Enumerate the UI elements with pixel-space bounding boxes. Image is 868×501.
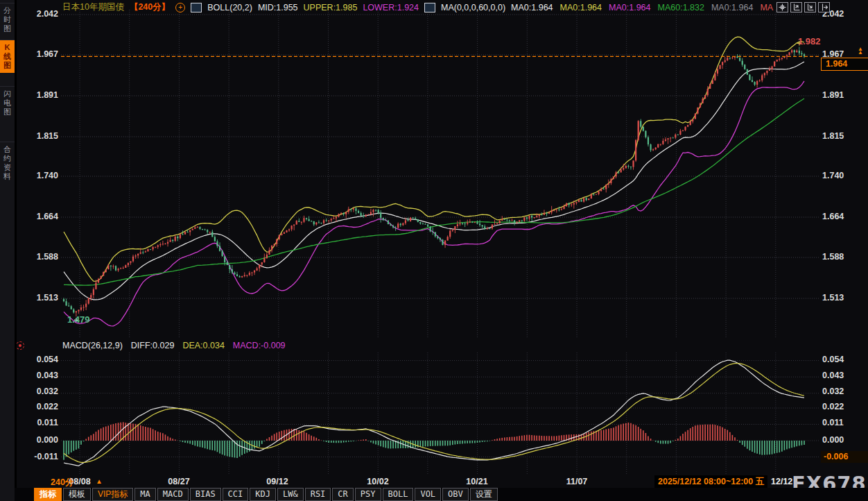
lw-button[interactable]: LW& bbox=[277, 488, 304, 501]
candlestick-chart[interactable] bbox=[61, 0, 819, 340]
macd-axis-label: 0.032 bbox=[18, 387, 58, 397]
boll-button[interactable]: BOLL bbox=[383, 488, 414, 501]
boll-upper-value: UPPER:1.985 bbox=[304, 3, 358, 12]
price-axis-label: 2.042 bbox=[18, 9, 58, 19]
sidebar: 分时图K线图闪电图合约资料 bbox=[0, 0, 17, 501]
ma-value: MA0:1.964 bbox=[511, 3, 553, 12]
obv-button[interactable]: OBV bbox=[442, 488, 469, 501]
x-axis-date: 11/07 bbox=[556, 477, 598, 486]
kdj-button[interactable]: KDJ bbox=[250, 488, 276, 501]
tab-char: 料 bbox=[0, 172, 15, 181]
price-axis-label: 1.513 bbox=[822, 293, 865, 303]
macd-header: MACD(26,12,9) DIFF:0.029 DEA:0.034 MACD:… bbox=[62, 341, 286, 350]
boll-lower-value: LOWER:1.924 bbox=[363, 3, 419, 12]
macd-axis-label: 0.011 bbox=[18, 418, 58, 428]
macd-diff-value: DIFF:0.029 bbox=[131, 341, 175, 350]
ma-indicator-icon[interactable] bbox=[424, 3, 435, 12]
tab-char: 图 bbox=[0, 108, 15, 117]
ma-value: MA bbox=[760, 3, 773, 12]
price-axis-label: 1.891 bbox=[18, 90, 58, 101]
indicator-button[interactable]: 指标 bbox=[34, 488, 62, 501]
template-button[interactable]: 模板 bbox=[63, 488, 91, 501]
macd-dea-value: DEA:0.034 bbox=[182, 341, 224, 350]
ma-params-label: MA(0,0,0,60,0,0) bbox=[441, 3, 505, 12]
x-axis-date: 09/12 bbox=[257, 477, 298, 486]
pan-right-icon[interactable] bbox=[818, 2, 830, 12]
boll-indicator-icon[interactable] bbox=[191, 3, 202, 12]
macd-current-box: -0.006 bbox=[821, 451, 868, 463]
tab-char: 闪 bbox=[0, 90, 15, 99]
price-axis-label: 1.815 bbox=[822, 131, 865, 142]
x-axis-date: 10/21 bbox=[456, 477, 498, 486]
ma-value: MA0:1.964 bbox=[711, 3, 753, 12]
macd-button[interactable]: MACD bbox=[157, 488, 189, 501]
price-axis-label: 1.740 bbox=[18, 171, 58, 181]
price-axis-label: 1.967 bbox=[18, 49, 58, 60]
period-label[interactable]: 【240分】 bbox=[130, 1, 170, 13]
sidebar-tab-time-chart[interactable]: 分时图 bbox=[0, 3, 15, 36]
ma-value: MA0:1.964 bbox=[560, 3, 602, 12]
period-selector[interactable]: 240分 bbox=[51, 477, 73, 489]
macd-axis-label: 0.000 bbox=[18, 435, 58, 445]
period-dropdown-icon[interactable]: ▲ bbox=[96, 477, 103, 485]
price-axis-label: 1.891 bbox=[822, 90, 865, 101]
sidebar-tab-kline-chart[interactable]: K线图 bbox=[0, 40, 15, 73]
x-axis-last-date: 12/12 bbox=[771, 477, 792, 486]
add-indicator-icon[interactable]: + bbox=[175, 3, 185, 12]
tab-char: K bbox=[0, 43, 15, 52]
macd-axis-label: 0.043 bbox=[822, 371, 865, 381]
zoom-out-x-icon[interactable] bbox=[804, 2, 816, 12]
price-axis-label: 1.664 bbox=[18, 212, 58, 222]
macd-axis-label: 0.011 bbox=[822, 418, 865, 428]
boll-label: BOLL(20,2) bbox=[207, 3, 252, 12]
price-arrow-icon: ▲▲ bbox=[858, 47, 863, 54]
tab-char: 合 bbox=[0, 145, 15, 154]
low-price-label: 1.479 bbox=[67, 314, 90, 325]
symbol-title: 日本10年期国债 bbox=[62, 1, 124, 13]
move-chart-icon[interactable] bbox=[776, 2, 788, 12]
ma-button[interactable]: MA bbox=[134, 488, 155, 501]
tab-char: 图 bbox=[0, 61, 15, 70]
ma-values: MA0:1.964MA0:1.964MA0:1.964MA60:1.832MA0… bbox=[511, 3, 773, 12]
tab-char: 约 bbox=[0, 154, 15, 163]
x-axis-date: 10/02 bbox=[357, 477, 399, 486]
macd-panel-icon[interactable] bbox=[16, 341, 24, 350]
tab-char: 图 bbox=[0, 24, 15, 33]
price-axis-label: 1.588 bbox=[18, 252, 58, 262]
macd-axis-label: 0.054 bbox=[18, 355, 58, 365]
tab-char: 电 bbox=[0, 99, 15, 108]
bar-time-tooltip: 2025/12/12 08:00~12:00 五 bbox=[654, 475, 767, 488]
price-axis-label: 1.664 bbox=[822, 212, 865, 222]
high-price-label: 1.982 bbox=[798, 36, 821, 46]
macd-axis-label: 0.054 bbox=[822, 355, 865, 365]
price-axis-label: 1.513 bbox=[18, 293, 58, 303]
rsi-button[interactable]: RSI bbox=[305, 488, 331, 501]
indicator-toolbar: 指标模板VIP指标MAMACDBIASCCIKDJLW&RSICRPSYBOLL… bbox=[15, 488, 868, 501]
vol-button[interactable]: VOL bbox=[415, 488, 441, 501]
bias-button[interactable]: BIAS bbox=[190, 488, 221, 501]
settings-button[interactable]: 设置 bbox=[470, 488, 498, 501]
macd-chart[interactable] bbox=[61, 353, 819, 476]
psy-button[interactable]: PSY bbox=[355, 488, 381, 501]
price-axis-label: 1.588 bbox=[822, 252, 865, 262]
chart-nav-icons bbox=[776, 2, 830, 12]
sidebar-tab-contract-info[interactable]: 合约资料 bbox=[0, 142, 15, 184]
macd-axis-label: 0.022 bbox=[822, 402, 865, 412]
cr-button[interactable]: CR bbox=[332, 488, 353, 501]
cci-button[interactable]: CCI bbox=[223, 488, 249, 501]
tab-char: 线 bbox=[0, 52, 15, 61]
macd-bar-value: MACD:-0.009 bbox=[233, 341, 286, 350]
macd-axis-label: -0.011 bbox=[18, 452, 58, 462]
price-axis-label: 1.815 bbox=[18, 131, 58, 142]
zoom-in-x-icon[interactable] bbox=[790, 2, 802, 12]
macd-axis-label: 0.032 bbox=[822, 387, 865, 397]
ma-value: MA0:1.964 bbox=[609, 3, 650, 12]
vip-indicator-button[interactable]: VIP指标 bbox=[92, 488, 133, 501]
tab-char: 分 bbox=[0, 6, 15, 15]
sidebar-tab-tick-chart[interactable]: 闪电图 bbox=[0, 86, 15, 119]
last-price-box: 1.964 bbox=[821, 58, 868, 71]
macd-axis-label: 0.022 bbox=[18, 402, 58, 412]
chart-header: 日本10年期国债 【240分】 + BOLL(20,2) MID:1.955 U… bbox=[62, 1, 773, 13]
macd-axis-label: 0.043 bbox=[18, 371, 58, 381]
x-axis-date: 08/27 bbox=[158, 477, 200, 486]
